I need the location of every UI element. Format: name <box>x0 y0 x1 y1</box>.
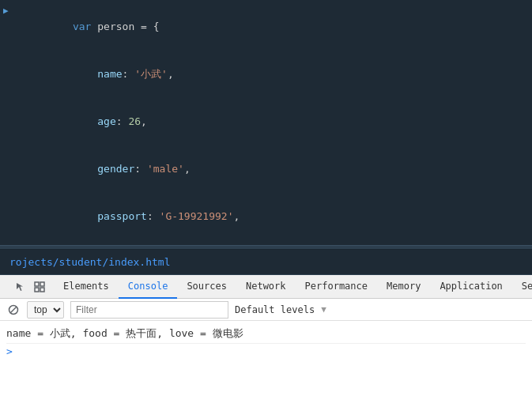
code-line-6 <box>0 240 532 245</box>
svg-rect-3 <box>40 288 44 292</box>
tab-security[interactable]: Secu <box>512 275 532 299</box>
line-content-5: passport: 'G-19921992', <box>36 193 532 240</box>
devtools-console: name = 小武, food = 热干面, love = 微电影 > <box>0 321 532 411</box>
svg-rect-1 <box>40 282 44 286</box>
tab-sources[interactable]: Sources <box>177 275 236 299</box>
arrow-icon: ▶ <box>3 3 9 19</box>
devtools-toolbar: top Default levels ▼ <box>0 299 532 321</box>
tab-network[interactable]: Network <box>236 275 296 299</box>
svg-line-5 <box>11 307 17 312</box>
clear-console-icon[interactable] <box>6 303 21 317</box>
keyword-var: var <box>73 21 91 32</box>
line-content-3: age: 26, <box>36 98 532 145</box>
svg-rect-2 <box>35 288 39 292</box>
code-line-4: gender: 'male', <box>0 145 532 193</box>
default-levels-button[interactable]: Default levels <box>235 304 315 315</box>
line-content-6 <box>36 240 532 245</box>
tab-performance[interactable]: Performance <box>296 275 377 299</box>
prompt-arrow: > <box>6 345 13 357</box>
svg-rect-0 <box>35 282 39 286</box>
line-content-4: gender: 'male', <box>36 145 532 193</box>
tab-elements[interactable]: Elements <box>54 275 119 299</box>
devtools-icons <box>6 279 54 295</box>
filepath-text: rojects/student/index.html <box>9 256 171 268</box>
context-select[interactable]: top <box>27 301 64 319</box>
code-editor: ▶ var person = { name: '小武', age: 26, ge… <box>0 0 532 245</box>
filter-input[interactable] <box>70 301 228 319</box>
console-prompt[interactable]: > <box>6 344 526 359</box>
code-line-2: name: '小武', <box>0 51 532 98</box>
filepath-bar: rojects/student/index.html <box>0 250 532 275</box>
cursor-icon[interactable] <box>13 279 28 295</box>
console-output-line: name = 小武, food = 热干面, love = 微电影 <box>6 324 526 344</box>
line-content-2: name: '小武', <box>36 51 532 98</box>
tab-console[interactable]: Console <box>119 275 178 299</box>
code-line-3: age: 26, <box>0 98 532 145</box>
tab-application[interactable]: Application <box>430 275 511 299</box>
code-line-5: passport: 'G-19921992', <box>0 193 532 240</box>
tab-memory[interactable]: Memory <box>377 275 430 299</box>
inspect-icon[interactable] <box>32 279 47 295</box>
devtools-tabs: Elements Console Sources Network Perform… <box>0 275 532 299</box>
line-content: var person = { <box>36 3 532 51</box>
code-line-var-arrow: ▶ var person = { <box>0 3 532 51</box>
devtools-panel: Elements Console Sources Network Perform… <box>0 275 532 411</box>
